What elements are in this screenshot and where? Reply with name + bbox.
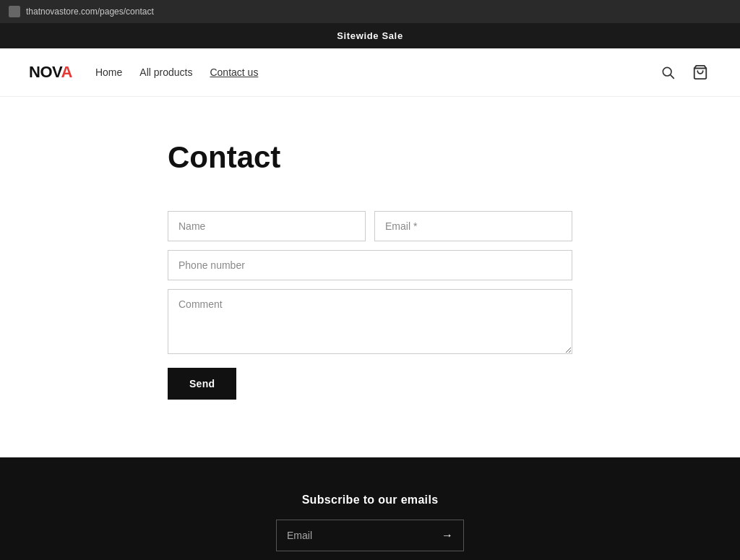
- browser-favicon: [9, 6, 20, 17]
- svg-line-1: [671, 75, 674, 78]
- browser-bar: thatnovastore.com/pages/contact: [0, 0, 740, 23]
- contact-form: Send: [168, 211, 572, 400]
- footer: Subscribe to our emails → © 2024, Nova S…: [0, 457, 740, 560]
- comment-textarea[interactable]: [168, 289, 572, 354]
- header-left: NOVA Home All products Contact us: [29, 63, 258, 82]
- phone-input[interactable]: [168, 250, 572, 280]
- header: NOVA Home All products Contact us: [0, 48, 740, 97]
- subscribe-email-input[interactable]: [277, 521, 431, 550]
- subscribe-submit-button[interactable]: →: [431, 520, 463, 551]
- email-subscribe-row: →: [276, 520, 464, 551]
- page-title: Contact: [168, 140, 280, 175]
- cart-button[interactable]: [689, 61, 711, 83]
- nav-all-products[interactable]: All products: [139, 66, 192, 78]
- form-row-comment: [168, 289, 572, 356]
- svg-point-0: [663, 67, 671, 76]
- search-icon: [661, 65, 675, 79]
- subscribe-title: Subscribe to our emails: [302, 494, 439, 507]
- nav-home[interactable]: Home: [95, 66, 122, 78]
- browser-url: thatnovastore.com/pages/contact: [26, 7, 154, 17]
- form-row-name-email: [168, 211, 572, 241]
- cart-icon: [692, 64, 708, 80]
- search-button[interactable]: [658, 62, 678, 82]
- arrow-right-icon: →: [442, 529, 453, 541]
- announcement-bar: Sitewide Sale: [0, 23, 740, 48]
- nav-contact-us[interactable]: Contact us: [210, 66, 258, 78]
- header-icons: [658, 61, 711, 83]
- logo[interactable]: NOVA: [29, 63, 72, 82]
- main-content: Contact Send: [0, 97, 740, 457]
- send-button[interactable]: Send: [168, 368, 236, 400]
- email-input[interactable]: [374, 211, 572, 241]
- nav: Home All products Contact us: [95, 66, 258, 78]
- name-input[interactable]: [168, 211, 366, 241]
- form-row-phone: [168, 250, 572, 280]
- announcement-text: Sitewide Sale: [337, 30, 403, 41]
